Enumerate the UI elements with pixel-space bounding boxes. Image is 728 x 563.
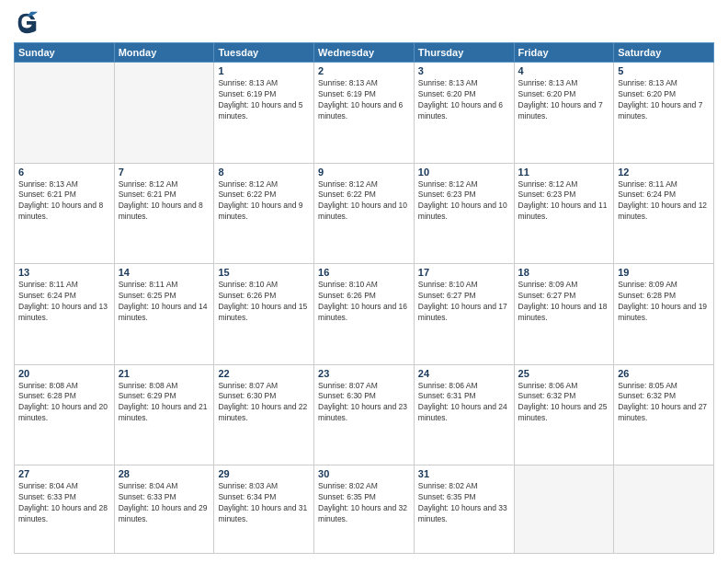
calendar-cell: 4Sunrise: 8:13 AMSunset: 6:20 PMDaylight…: [514, 63, 614, 164]
day-info: Sunrise: 8:12 AMSunset: 6:21 PMDaylight:…: [119, 179, 210, 224]
day-info: Sunrise: 8:11 AMSunset: 6:25 PMDaylight:…: [119, 280, 210, 324]
calendar-cell: 31Sunrise: 8:02 AMSunset: 6:35 PMDayligh…: [414, 465, 514, 554]
day-number: 1: [218, 65, 310, 76]
day-number: 11: [518, 167, 610, 178]
day-info: Sunrise: 8:12 AMSunset: 6:22 PMDaylight:…: [318, 179, 410, 224]
day-number: 20: [18, 368, 110, 379]
calendar-cell: 13Sunrise: 8:11 AMSunset: 6:24 PMDayligh…: [15, 264, 115, 365]
day-info: Sunrise: 8:08 AMSunset: 6:29 PMDaylight:…: [119, 381, 210, 425]
day-number: 17: [418, 267, 510, 278]
day-info: Sunrise: 8:11 AMSunset: 6:24 PMDaylight:…: [18, 280, 110, 324]
day-info: Sunrise: 8:13 AMSunset: 6:19 PMDaylight:…: [218, 78, 310, 122]
day-number: 30: [318, 468, 410, 479]
calendar-cell: 17Sunrise: 8:10 AMSunset: 6:27 PMDayligh…: [414, 264, 514, 365]
calendar-cell: 10Sunrise: 8:12 AMSunset: 6:23 PMDayligh…: [414, 163, 514, 264]
day-number: 25: [518, 368, 610, 379]
calendar-cell: 12Sunrise: 8:11 AMSunset: 6:24 PMDayligh…: [614, 163, 714, 264]
calendar-cell: 22Sunrise: 8:07 AMSunset: 6:30 PMDayligh…: [214, 364, 314, 465]
day-info: Sunrise: 8:06 AMSunset: 6:32 PMDaylight:…: [518, 381, 610, 425]
header: [14, 9, 714, 35]
day-number: 7: [119, 167, 210, 178]
calendar-cell: 7Sunrise: 8:12 AMSunset: 6:21 PMDaylight…: [114, 163, 214, 264]
calendar-cell: 3Sunrise: 8:13 AMSunset: 6:20 PMDaylight…: [414, 63, 514, 164]
calendar-cell: 25Sunrise: 8:06 AMSunset: 6:32 PMDayligh…: [514, 364, 614, 465]
calendar-cell: 11Sunrise: 8:12 AMSunset: 6:23 PMDayligh…: [514, 163, 614, 264]
week-row-4: 20Sunrise: 8:08 AMSunset: 6:28 PMDayligh…: [15, 364, 714, 465]
calendar-table: SundayMondayTuesdayWednesdayThursdayFrid…: [14, 42, 714, 554]
day-number: 3: [418, 65, 510, 76]
day-info: Sunrise: 8:13 AMSunset: 6:20 PMDaylight:…: [618, 78, 710, 122]
day-info: Sunrise: 8:10 AMSunset: 6:26 PMDaylight:…: [318, 280, 410, 324]
calendar-cell: 14Sunrise: 8:11 AMSunset: 6:25 PMDayligh…: [114, 264, 214, 365]
day-number: 6: [18, 167, 110, 178]
day-info: Sunrise: 8:11 AMSunset: 6:24 PMDaylight:…: [618, 179, 710, 224]
weekday-header-sunday: Sunday: [15, 43, 115, 63]
calendar-cell: 8Sunrise: 8:12 AMSunset: 6:22 PMDaylight…: [214, 163, 314, 264]
day-info: Sunrise: 8:06 AMSunset: 6:31 PMDaylight:…: [418, 381, 510, 425]
weekday-header-monday: Monday: [114, 43, 214, 63]
calendar-cell: 23Sunrise: 8:07 AMSunset: 6:30 PMDayligh…: [314, 364, 415, 465]
calendar-cell: 1Sunrise: 8:13 AMSunset: 6:19 PMDaylight…: [214, 63, 314, 164]
calendar-cell: 30Sunrise: 8:02 AMSunset: 6:35 PMDayligh…: [314, 465, 415, 554]
day-number: 4: [518, 65, 610, 76]
day-info: Sunrise: 8:07 AMSunset: 6:30 PMDaylight:…: [318, 381, 410, 425]
day-info: Sunrise: 8:12 AMSunset: 6:23 PMDaylight:…: [418, 179, 510, 224]
day-number: 13: [18, 267, 110, 278]
day-info: Sunrise: 8:08 AMSunset: 6:28 PMDaylight:…: [18, 381, 110, 425]
calendar-cell: [614, 465, 714, 554]
week-row-1: 1Sunrise: 8:13 AMSunset: 6:19 PMDaylight…: [15, 63, 714, 164]
calendar-cell: 28Sunrise: 8:04 AMSunset: 6:33 PMDayligh…: [114, 465, 214, 554]
calendar-cell: 26Sunrise: 8:05 AMSunset: 6:32 PMDayligh…: [614, 364, 714, 465]
day-number: 15: [218, 267, 310, 278]
calendar-cell: 19Sunrise: 8:09 AMSunset: 6:28 PMDayligh…: [614, 264, 714, 365]
day-info: Sunrise: 8:13 AMSunset: 6:19 PMDaylight:…: [318, 78, 410, 122]
day-info: Sunrise: 8:09 AMSunset: 6:27 PMDaylight:…: [518, 280, 610, 324]
day-info: Sunrise: 8:12 AMSunset: 6:23 PMDaylight:…: [518, 179, 610, 224]
day-info: Sunrise: 8:05 AMSunset: 6:32 PMDaylight:…: [618, 381, 710, 425]
calendar-cell: 9Sunrise: 8:12 AMSunset: 6:22 PMDaylight…: [314, 163, 415, 264]
week-row-2: 6Sunrise: 8:13 AMSunset: 6:21 PMDaylight…: [15, 163, 714, 264]
day-number: 29: [218, 468, 310, 479]
page: SundayMondayTuesdayWednesdayThursdayFrid…: [0, 0, 728, 563]
day-info: Sunrise: 8:04 AMSunset: 6:33 PMDaylight:…: [18, 481, 110, 525]
day-number: 19: [618, 267, 710, 278]
calendar-cell: 18Sunrise: 8:09 AMSunset: 6:27 PMDayligh…: [514, 264, 614, 365]
calendar-cell: 27Sunrise: 8:04 AMSunset: 6:33 PMDayligh…: [15, 465, 115, 554]
day-info: Sunrise: 8:03 AMSunset: 6:34 PMDaylight:…: [218, 481, 310, 525]
day-number: 31: [418, 468, 510, 479]
calendar-cell: 6Sunrise: 8:13 AMSunset: 6:21 PMDaylight…: [15, 163, 115, 264]
day-info: Sunrise: 8:12 AMSunset: 6:22 PMDaylight:…: [218, 179, 310, 224]
day-number: 26: [618, 368, 710, 379]
day-number: 10: [418, 167, 510, 178]
calendar-cell: 2Sunrise: 8:13 AMSunset: 6:19 PMDaylight…: [314, 63, 415, 164]
day-number: 8: [218, 167, 310, 178]
calendar-cell: 21Sunrise: 8:08 AMSunset: 6:29 PMDayligh…: [114, 364, 214, 465]
day-info: Sunrise: 8:02 AMSunset: 6:35 PMDaylight:…: [418, 481, 510, 525]
day-info: Sunrise: 8:10 AMSunset: 6:26 PMDaylight:…: [218, 280, 310, 324]
day-number: 23: [318, 368, 410, 379]
calendar-cell: [15, 63, 115, 164]
day-number: 24: [418, 368, 510, 379]
week-row-3: 13Sunrise: 8:11 AMSunset: 6:24 PMDayligh…: [15, 264, 714, 365]
calendar-cell: 16Sunrise: 8:10 AMSunset: 6:26 PMDayligh…: [314, 264, 415, 365]
calendar-cell: 29Sunrise: 8:03 AMSunset: 6:34 PMDayligh…: [214, 465, 314, 554]
logo: [14, 9, 43, 35]
calendar-cell: 15Sunrise: 8:10 AMSunset: 6:26 PMDayligh…: [214, 264, 314, 365]
weekday-header-friday: Friday: [514, 43, 614, 63]
day-number: 12: [618, 167, 710, 178]
weekday-header-saturday: Saturday: [614, 43, 714, 63]
calendar-cell: 20Sunrise: 8:08 AMSunset: 6:28 PMDayligh…: [15, 364, 115, 465]
day-info: Sunrise: 8:13 AMSunset: 6:20 PMDaylight:…: [418, 78, 510, 122]
day-number: 27: [18, 468, 110, 479]
day-number: 18: [518, 267, 610, 278]
day-info: Sunrise: 8:13 AMSunset: 6:20 PMDaylight:…: [518, 78, 610, 122]
day-number: 14: [119, 267, 210, 278]
day-number: 28: [119, 468, 210, 479]
logo-icon: [14, 9, 40, 35]
calendar-cell: 5Sunrise: 8:13 AMSunset: 6:20 PMDaylight…: [614, 63, 714, 164]
week-row-5: 27Sunrise: 8:04 AMSunset: 6:33 PMDayligh…: [15, 465, 714, 554]
weekday-header-wednesday: Wednesday: [314, 43, 415, 63]
day-number: 9: [318, 167, 410, 178]
day-info: Sunrise: 8:13 AMSunset: 6:21 PMDaylight:…: [18, 179, 110, 224]
day-number: 5: [618, 65, 710, 76]
